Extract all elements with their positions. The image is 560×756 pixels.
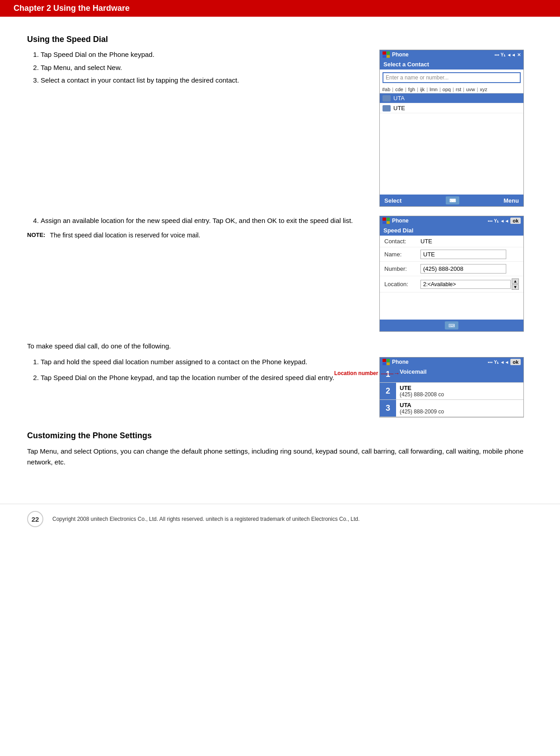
contact-icon-ute: [383, 105, 391, 111]
contact-list-empty: [380, 113, 523, 167]
contact-row: Contact: UTE: [380, 236, 523, 247]
step3: Select a contact in your contact list by…: [41, 75, 366, 86]
speed-dial-call-cols: Tap and hold the speed dial location num…: [27, 357, 533, 417]
ok-btn3[interactable]: ok: [510, 359, 521, 365]
speed-dial-step2: Tap Speed Dial on the Phone keypad, and …: [41, 373, 370, 383]
sdlist-name-1: Voicemail: [400, 368, 520, 375]
phone-screen2: Phone ▪▪▪ Y₁ ◄◄ ok Speed Dial Contact: U…: [379, 216, 524, 332]
sdlist-name-3: UTA: [400, 402, 520, 408]
sdlist-phone-2: (425) 888-2008 co: [400, 391, 520, 398]
phone3-titlebar: Phone ▪▪▪ Y₁ ◄◄ ok: [380, 357, 523, 366]
name-label: Name:: [380, 247, 416, 262]
phone1-title: Phone: [392, 51, 409, 58]
phone2-status-icons: ▪▪▪ Y₁ ◄◄ ok: [488, 218, 521, 224]
sdlist-num-2: 2: [380, 383, 396, 399]
speed-dial-step1: Tap and hold the speed dial location num…: [41, 357, 370, 367]
first-two-col: Tap Speed Dial on the Phone keypad. Tap …: [27, 50, 533, 207]
contact-icon-uta: [383, 95, 391, 102]
section1-title: Using the Speed Dial: [27, 35, 533, 44]
speeddial-table: Contact: UTE Name: UTE Number: (425) 888…: [380, 236, 523, 292]
contact-row-ute[interactable]: UTE: [380, 103, 523, 113]
location-arrow-icon: ——→: [381, 370, 400, 377]
location-label: Location:: [380, 276, 416, 292]
volume-icon3: ◄◄: [500, 360, 509, 365]
number-row: Number: (425) 888-2008: [380, 262, 523, 276]
sdlist-name-2: UTE: [400, 385, 520, 391]
name-input[interactable]: UTE: [420, 250, 506, 259]
close-icon[interactable]: ✕: [517, 52, 521, 57]
name-value-cell: UTE: [416, 247, 523, 262]
second-two-col: Assign an available location for the new…: [27, 216, 533, 332]
alpha-uvw: uvw: [466, 87, 476, 92]
phone-screen3: Phone ▪▪▪ Y₁ ◄◄ ok 1 Voicemail: [379, 357, 524, 417]
sdlist-row-3[interactable]: 3 UTA (425) 888-2009 co: [380, 400, 523, 417]
phone-screen2-col: Phone ▪▪▪ Y₁ ◄◄ ok Speed Dial Contact: U…: [379, 216, 533, 332]
alpha-ijk: ijk: [420, 87, 425, 92]
select-btn[interactable]: Select: [384, 197, 401, 204]
speed-dial-call-list: Tap and hold the speed dial location num…: [41, 357, 370, 383]
sdlist-info-3: UTA (425) 888-2009 co: [396, 400, 523, 417]
wifi-icon2: Y₁: [494, 218, 499, 223]
number-label: Number:: [380, 262, 416, 276]
keyboard-icon2[interactable]: ⌨: [445, 321, 458, 329]
wifi-icon3: Y₁: [494, 360, 499, 365]
signal-icon2: ▪▪▪: [488, 218, 493, 223]
phone3-title: Phone: [392, 359, 409, 365]
step2: Tap Menu, and select New.: [41, 63, 366, 73]
phone1-alpha-row: #ab| cde| fgh| ijk| lmn| opq| rst| uvw| …: [380, 86, 523, 93]
location-up-arrow[interactable]: ▲: [512, 278, 519, 284]
phone2-title: Phone: [392, 218, 409, 224]
phone2-header: Speed Dial: [380, 225, 523, 236]
steps-col: Tap Speed Dial on the Phone keypad. Tap …: [27, 50, 366, 90]
phone1-search-box[interactable]: Enter a name or number...: [383, 72, 521, 83]
page-footer: 22 Copyright 2008 unitech Electronics Co…: [0, 504, 560, 534]
sdlist-num-3: 3: [380, 400, 396, 417]
keyboard-icon1[interactable]: ⌨: [446, 196, 459, 204]
steps-list: Tap Speed Dial on the Phone keypad. Tap …: [41, 50, 366, 86]
location-value-cell: 2:<Available> ▲ ▼: [416, 276, 523, 292]
menu-btn[interactable]: Menu: [504, 197, 519, 204]
windows-logo3: [383, 359, 390, 365]
alpha-hash: #ab: [382, 87, 391, 92]
volume-icon2: ◄◄: [500, 218, 509, 223]
location-field: 2:<Available> ▲ ▼: [420, 278, 519, 290]
sdlist-info-1: Voicemail: [396, 366, 523, 382]
alpha-rst: rst: [455, 87, 462, 92]
number-input[interactable]: (425) 888-2008: [420, 264, 506, 274]
page-number: 22: [27, 511, 43, 527]
contact-name-uta: UTA: [393, 95, 405, 102]
phone-screen1: Phone ▪▪▪ Y₁ ◄◄ ✕ Select a Contact Enter…: [379, 50, 524, 207]
location-arrows: ▲ ▼: [512, 278, 519, 290]
windows-logo: [383, 51, 390, 58]
contact-row-uta[interactable]: UTA: [380, 93, 523, 103]
alpha-fgh: fgh: [408, 87, 415, 92]
location-annotation: Location number ——→: [334, 370, 400, 377]
phone3-status-icons: ▪▪▪ Y₁ ◄◄ ok: [488, 359, 521, 365]
step4: Assign an available location for the new…: [41, 216, 366, 226]
sdlist-row-1[interactable]: 1 Voicemail: [380, 366, 523, 383]
chapter-header-text: Chapter 2 Using the Hardware: [14, 4, 130, 13]
chapter-header: Chapter 2 Using the Hardware: [0, 0, 560, 17]
location-row: Location: 2:<Available> ▲ ▼: [380, 276, 523, 292]
location-down-arrow[interactable]: ▼: [512, 284, 519, 290]
section2-title: Customizing the Phone Settings: [27, 431, 533, 441]
phone2-titlebar: Phone ▪▪▪ Y₁ ◄◄ ok: [380, 216, 523, 225]
speed-dial-call-text: Tap and hold the speed dial location num…: [27, 357, 370, 387]
number-value-cell: (425) 888-2008: [416, 262, 523, 276]
windows-logo2: [383, 218, 390, 224]
phone1-body: Select a Contact Enter a name or number.…: [380, 59, 523, 206]
step4-col: Assign an available location for the new…: [27, 216, 366, 245]
sdlist-phone-3: (425) 888-2009 co: [400, 408, 520, 415]
sdlist-info-2: UTE (425) 888-2008 co: [396, 383, 523, 399]
phone1-titlebar: Phone ▪▪▪ Y₁ ◄◄ ✕: [380, 50, 523, 59]
location-box[interactable]: 2:<Available>: [420, 280, 511, 289]
step1: Tap Speed Dial on the Phone keypad.: [41, 50, 366, 60]
speed-dial-call-intro: To make speed dial call, do one of the f…: [27, 341, 533, 352]
search-placeholder: Enter a name or number...: [386, 74, 448, 81]
signal-icon3: ▪▪▪: [488, 360, 493, 365]
alpha-xyz: xyz: [480, 87, 488, 92]
phone2-bottombar: ⌨: [380, 320, 523, 331]
ok-btn[interactable]: ok: [510, 218, 521, 224]
sdlist-row-2[interactable]: 2 UTE (425) 888-2008 co: [380, 383, 523, 400]
customizing-section: Customizing the Phone Settings Tap Menu,…: [27, 431, 533, 468]
